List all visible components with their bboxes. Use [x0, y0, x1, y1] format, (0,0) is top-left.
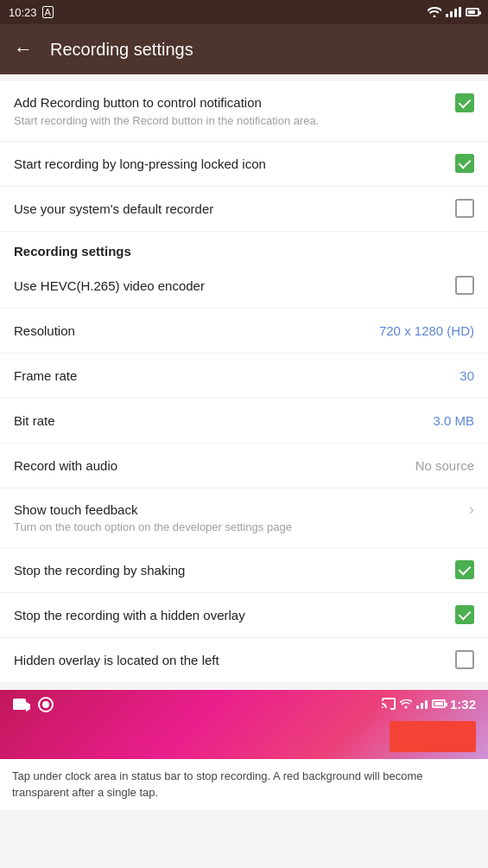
preview-battery-icon	[432, 699, 446, 708]
frame-rate-value: 30	[459, 368, 474, 383]
setting-stop-shaking[interactable]: Stop the recording by shaking	[0, 548, 488, 593]
setting-long-press-locked[interactable]: Start recording by long-pressing locked …	[0, 142, 488, 187]
hevc-encoder-checkbox[interactable]	[455, 276, 474, 295]
preview-statusbar: 1:32	[0, 690, 488, 759]
system-default-recorder-checkbox[interactable]	[455, 199, 474, 218]
recording-settings-section-header: Recording settings	[0, 232, 488, 264]
preview-signal-icon	[416, 699, 428, 709]
status-bar-right	[428, 7, 479, 17]
app-bar: ← Recording settings	[0, 24, 488, 74]
hidden-overlay-left-checkbox[interactable]	[455, 650, 474, 669]
long-press-locked-checkbox[interactable]	[455, 154, 474, 173]
setting-hevc-encoder[interactable]: Use HEVC(H.265) video encoder	[0, 264, 488, 309]
system-default-recorder-label: Use your system's default recorder	[14, 201, 455, 218]
touch-feedback-label: Show touch feedback	[14, 501, 462, 519]
record-audio-label: Record with audio	[14, 457, 405, 475]
demo-preview: 1:32 Tap under clock area in status bar …	[0, 690, 488, 810]
svg-point-1	[42, 701, 49, 708]
stop-hidden-overlay-checkbox[interactable]	[455, 605, 474, 624]
stop-shaking-label: Stop the recording by shaking	[14, 562, 455, 579]
back-button[interactable]: ←	[14, 38, 33, 61]
setting-touch-feedback[interactable]: Show touch feedback › Turn on the touch …	[0, 488, 488, 548]
touch-feedback-sublabel: Turn on the touch option on the develope…	[14, 520, 292, 535]
bit-rate-value: 3.0 MB	[433, 413, 474, 428]
hidden-overlay-left-label: Hidden overlay is located on the left	[14, 652, 455, 669]
add-recording-button-checkbox[interactable]	[455, 93, 474, 112]
camera-icon	[12, 698, 31, 712]
page-title: Recording settings	[50, 40, 193, 60]
record-circle-icon	[38, 697, 54, 712]
battery-icon	[466, 8, 479, 16]
status-icon-a: A	[42, 6, 54, 18]
add-recording-button-label: Add Recording button to control notifica…	[14, 94, 455, 112]
long-press-locked-label: Start recording by long-pressing locked …	[14, 156, 455, 173]
demo-caption: Tap under clock area in status bar to st…	[0, 759, 488, 810]
setting-hidden-overlay-left[interactable]: Hidden overlay is located on the left	[0, 638, 488, 683]
cast-icon	[382, 698, 396, 710]
settings-list: Add Recording button to control notifica…	[0, 81, 488, 683]
preview-time: 1:32	[450, 697, 476, 712]
setting-add-recording-button[interactable]: Add Recording button to control notifica…	[0, 81, 488, 142]
hevc-encoder-label: Use HEVC(H.265) video encoder	[14, 278, 455, 295]
bit-rate-label: Bit rate	[14, 412, 422, 430]
signal-icon	[446, 7, 461, 17]
touch-feedback-chevron-icon: ›	[469, 501, 474, 519]
resolution-value: 720 x 1280 (HD)	[379, 323, 474, 338]
status-bar: 10:23 A	[0, 0, 488, 24]
preview-wifi-icon	[400, 699, 412, 709]
frame-rate-label: Frame rate	[14, 367, 449, 385]
preview-statusbar-right: 1:32	[382, 697, 476, 712]
record-audio-value: No source	[415, 458, 474, 473]
setting-system-default-recorder[interactable]: Use your system's default recorder	[0, 187, 488, 232]
setting-bit-rate[interactable]: Bit rate 3.0 MB	[0, 399, 488, 444]
preview-statusbar-left	[12, 697, 54, 712]
setting-frame-rate[interactable]: Frame rate 30	[0, 354, 488, 399]
status-bar-left: 10:23 A	[9, 6, 54, 19]
setting-record-audio[interactable]: Record with audio No source	[0, 444, 488, 488]
resolution-label: Resolution	[14, 322, 369, 340]
wifi-icon	[428, 7, 441, 17]
stop-shaking-checkbox[interactable]	[455, 560, 474, 579]
stop-hidden-overlay-label: Stop the recording with a hidden overlay	[14, 607, 455, 624]
preview-red-block	[390, 721, 476, 752]
setting-stop-hidden-overlay[interactable]: Stop the recording with a hidden overlay	[0, 593, 488, 638]
status-time: 10:23	[9, 6, 37, 19]
setting-resolution[interactable]: Resolution 720 x 1280 (HD)	[0, 309, 488, 354]
add-recording-button-sublabel: Start recording with the Record button i…	[14, 114, 319, 129]
